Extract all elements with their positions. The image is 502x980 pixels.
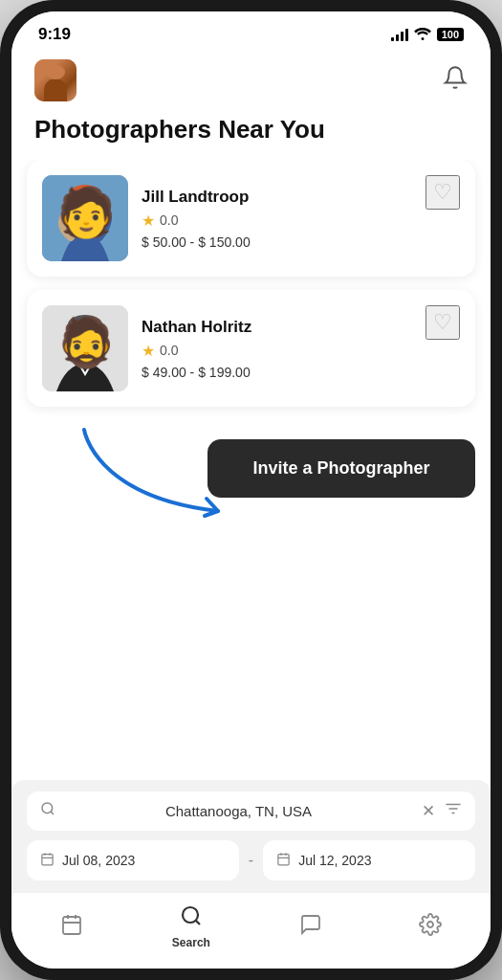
- calendar-end-icon: [276, 852, 291, 869]
- rating-value-nathan: 0.0: [160, 343, 178, 358]
- favorite-button-nathan[interactable]: ♡: [426, 305, 460, 340]
- svg-point-5: [68, 315, 102, 334]
- search-icon: [40, 801, 55, 821]
- svg-point-26: [427, 922, 433, 927]
- scroll-area: Jill Landtroop ★ 0.0 $ 50.00 - $ 150.00 …: [11, 160, 491, 780]
- clear-button[interactable]: ✕: [422, 801, 435, 821]
- photographer-card-nathan[interactable]: Nathan Holritz ★ 0.0 $ 49.00 - $ 199.00 …: [27, 290, 475, 407]
- filter-bar: Chattanooga, TN, USA ✕: [11, 780, 491, 892]
- invite-area: Invite a Photographer: [27, 420, 475, 526]
- date-end-value: Jul 12, 2023: [298, 853, 371, 868]
- calendar-nav-icon: [60, 913, 83, 942]
- avatar[interactable]: [34, 59, 76, 101]
- photographer-name-jill: Jill Landtroop: [142, 188, 412, 207]
- photographer-rating-jill: ★ 0.0: [142, 212, 412, 230]
- svg-line-8: [51, 812, 54, 814]
- nav-item-messages[interactable]: [282, 913, 339, 942]
- phone-frame: 9:19 100: [0, 0, 502, 980]
- status-icons: 100: [391, 27, 464, 43]
- svg-rect-20: [63, 917, 80, 934]
- favorite-button-jill[interactable]: ♡: [426, 175, 460, 210]
- svg-point-7: [42, 803, 53, 813]
- star-icon-nathan: ★: [142, 342, 155, 360]
- calendar-start-icon: [40, 852, 55, 869]
- bell-icon[interactable]: [443, 65, 468, 96]
- filter-icon[interactable]: [445, 801, 462, 821]
- battery-icon: 100: [437, 28, 464, 41]
- photographer-price-jill: $ 50.00 - $ 150.00: [142, 234, 412, 250]
- invite-photographer-button[interactable]: Invite a Photographer: [207, 439, 475, 498]
- settings-nav-icon: [419, 913, 442, 942]
- nav-item-calendar[interactable]: [43, 913, 100, 942]
- photographer-card-jill[interactable]: Jill Landtroop ★ 0.0 $ 50.00 - $ 150.00 …: [27, 160, 475, 277]
- status-bar: 9:19 100: [11, 11, 491, 50]
- search-nav-label: Search: [172, 936, 210, 949]
- arrow-annotation: [65, 420, 237, 535]
- nav-item-search[interactable]: Search: [163, 904, 220, 949]
- date-start-value: Jul 08, 2023: [62, 853, 135, 868]
- messages-nav-icon: [299, 913, 322, 942]
- date-end-chip[interactable]: Jul 12, 2023: [263, 840, 475, 880]
- location-value: Chattanooga, TN, USA: [65, 803, 412, 819]
- status-time: 9:19: [38, 25, 71, 44]
- avatar-image: [34, 59, 76, 101]
- photographer-info-nathan: Nathan Holritz ★ 0.0 $ 49.00 - $ 199.00: [142, 318, 412, 380]
- app-header: [11, 50, 491, 111]
- rating-value-jill: 0.0: [160, 212, 178, 228]
- photographer-rating-nathan: ★ 0.0: [142, 342, 412, 360]
- nav-item-settings[interactable]: [402, 913, 459, 942]
- search-nav-icon: [180, 904, 203, 933]
- photographer-photo-nathan: [42, 305, 128, 391]
- svg-point-24: [183, 907, 198, 923]
- wifi-icon: [414, 27, 431, 43]
- svg-point-4: [68, 319, 102, 353]
- signal-icon: [391, 28, 408, 41]
- svg-rect-16: [278, 855, 289, 865]
- date-start-chip[interactable]: Jul 08, 2023: [27, 840, 239, 880]
- location-search-row[interactable]: Chattanooga, TN, USA ✕: [27, 791, 475, 831]
- phone-screen: 9:19 100: [11, 11, 491, 969]
- photographer-price-nathan: $ 49.00 - $ 199.00: [142, 365, 412, 380]
- svg-point-2: [68, 185, 102, 208]
- svg-rect-12: [42, 855, 53, 865]
- star-icon-jill: ★: [142, 212, 155, 230]
- svg-line-25: [196, 921, 200, 924]
- photographer-info-jill: Jill Landtroop ★ 0.0 $ 50.00 - $ 150.00: [142, 188, 412, 250]
- photographer-photo-jill: [42, 175, 128, 261]
- date-row: Jul 08, 2023 - Jul 12, 2023: [27, 840, 475, 880]
- svg-rect-6: [79, 351, 91, 363]
- svg-point-1: [70, 187, 100, 217]
- date-separator: -: [249, 852, 253, 869]
- photographer-name-nathan: Nathan Holritz: [142, 318, 412, 337]
- page-title: Photographers Near You: [11, 111, 491, 160]
- bottom-nav: Search: [11, 892, 491, 969]
